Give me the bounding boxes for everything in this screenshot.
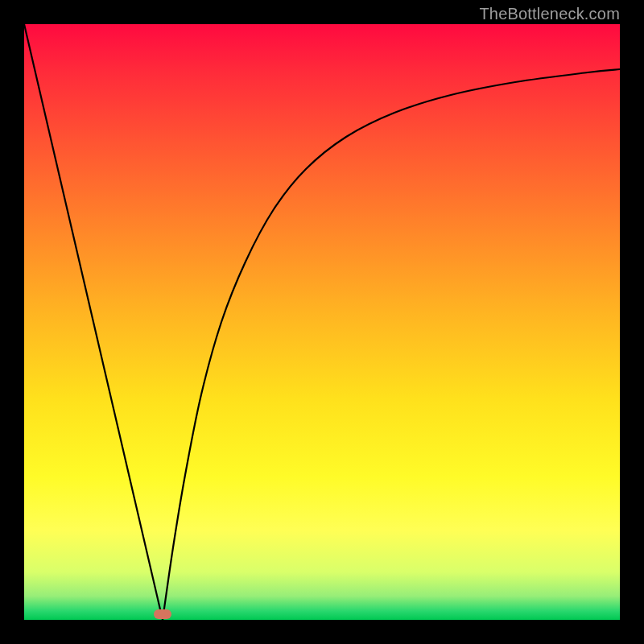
- watermark-text: TheBottleneck.com: [479, 5, 620, 23]
- chart-frame: TheBottleneck.com: [0, 0, 644, 644]
- minimum-marker: [154, 609, 171, 619]
- plot-area: [24, 24, 620, 620]
- bottleneck-curve: [24, 24, 620, 620]
